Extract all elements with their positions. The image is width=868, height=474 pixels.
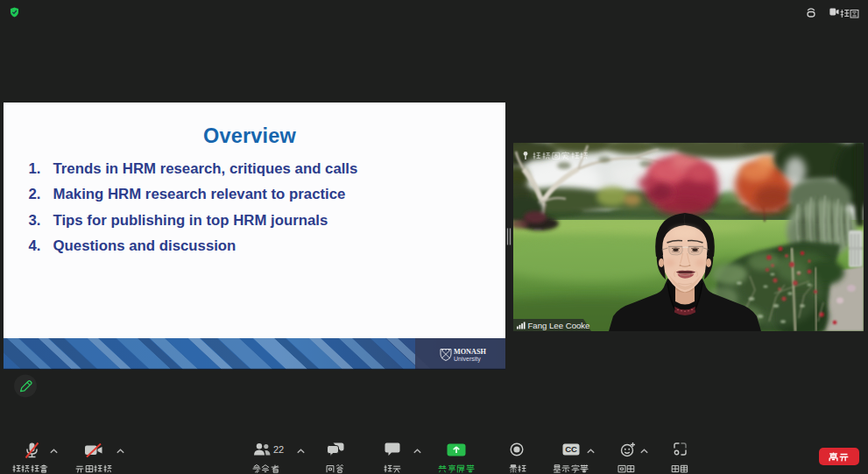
- svg-text:CC: CC: [565, 444, 577, 454]
- svg-text:University: University: [454, 356, 481, 363]
- svg-text:Fang Lee Cooke: Fang Lee Cooke: [528, 321, 590, 330]
